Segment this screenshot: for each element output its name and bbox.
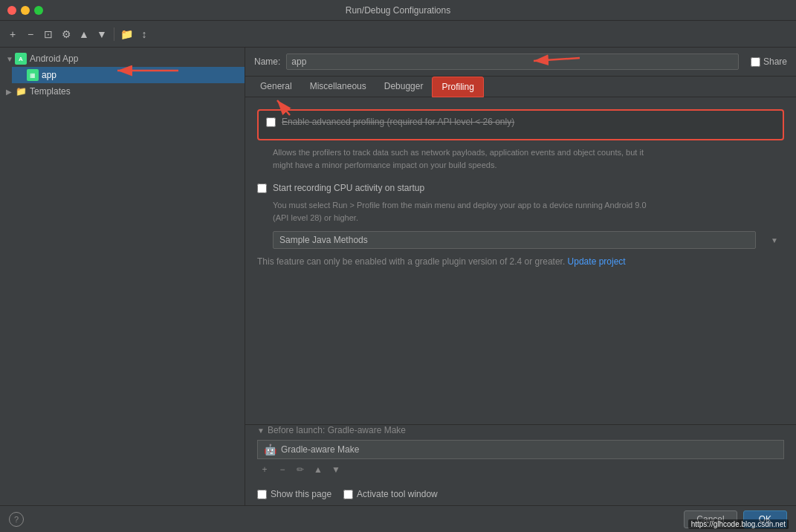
enable-profiling-row: Enable advanced profiling (required for … (266, 117, 775, 127)
advanced-profiling-section: Enable advanced profiling (required for … (257, 109, 784, 140)
name-field-label: Name: (254, 56, 280, 67)
add-config-button[interactable]: + (4, 26, 21, 42)
tab-profiling[interactable]: Profiling (432, 77, 483, 97)
activate-window-checkbox[interactable] (343, 490, 353, 499)
name-input[interactable] (286, 53, 739, 70)
method-select-wrapper: Sample Java Methods Trace Java Methods S… (273, 231, 784, 249)
enable-profiling-label: Enable advanced profiling (required for … (282, 117, 514, 127)
gradle-item: 🤖 Gradle-aware Make (257, 440, 784, 459)
select-arrow-icon: ▼ (771, 236, 778, 244)
sidebar-item-app[interactable]: ▦ app (12, 67, 245, 83)
activate-window-label: Activate tool window (357, 489, 438, 499)
content-area: Name: Share General Miscellaneous Debugg… (245, 48, 796, 505)
bottom-bar: ? Cancel OK (0, 505, 796, 532)
minimize-button[interactable] (21, 6, 30, 15)
share-row: Share (751, 56, 787, 67)
show-page-label: Show this page (271, 489, 331, 499)
tab-debugger[interactable]: Debugger (375, 77, 433, 97)
tab-miscellaneous[interactable]: Miscellaneous (301, 77, 375, 97)
activate-window-item: Activate tool window (343, 489, 438, 499)
app-indent (18, 71, 27, 80)
cpu-recording-label: Start recording CPU activity on startup (273, 183, 424, 193)
watermark: https://glhcode.blog.csdn.net (688, 519, 789, 529)
show-page-checkbox[interactable] (257, 490, 267, 499)
share-checkbox[interactable] (751, 57, 760, 67)
toolbar-separator (114, 27, 114, 41)
gradle-android-icon: 🤖 (264, 444, 276, 455)
method-select[interactable]: Sample Java Methods Trace Java Methods S… (273, 231, 756, 249)
toolbar: + − ⊡ ⚙ ▲ ▼ 📁 ↕ (0, 21, 796, 48)
before-launch-title: Before launch: Gradle-aware Make (268, 425, 406, 435)
android-app-icon: A (15, 53, 27, 65)
cpu-recording-row: Start recording CPU activity on startup (257, 183, 784, 193)
sidebar: ▼ A Android App ▦ app ▶ 📁 Templates (0, 48, 245, 505)
android-app-label: Android App (30, 53, 78, 64)
tab-general[interactable]: General (251, 77, 301, 97)
main-layout: ▼ A Android App ▦ app ▶ 📁 Templates Name… (0, 48, 796, 505)
cpu-recording-desc: You must select Run > Profile from the m… (273, 199, 784, 224)
name-row: Name: Share (245, 48, 796, 77)
window-title: Run/Debug Configurations (346, 5, 450, 16)
move-down-button[interactable]: ▼ (94, 26, 110, 42)
templates-icon: 📁 (15, 85, 27, 97)
copy-config-button[interactable]: ⊡ (40, 26, 56, 42)
cpu-recording-checkbox[interactable] (257, 184, 267, 193)
tab-content-profiling: Enable advanced profiling (required for … (245, 97, 796, 424)
app-icon: ▦ (27, 69, 39, 81)
gradle-item-label: Gradle-aware Make (281, 444, 359, 455)
settings-button[interactable]: ⚙ (58, 26, 74, 42)
templates-label: Templates (30, 86, 71, 97)
expand-arrow-templates: ▶ (6, 88, 15, 96)
gradle-add-button[interactable]: + (257, 462, 272, 477)
enable-profiling-checkbox[interactable] (266, 117, 276, 127)
gradle-up-button[interactable]: ▲ (311, 462, 326, 477)
gradle-actions: + − ✏ ▲ ▼ (257, 462, 784, 477)
gradle-note: This feature can only be enabled with a … (257, 256, 784, 267)
gradle-remove-button[interactable]: − (275, 462, 290, 477)
before-launch-section: ▼ Before launch: Gradle-aware Make 🤖 Gra… (245, 424, 796, 505)
before-launch-header: ▼ Before launch: Gradle-aware Make (257, 425, 784, 435)
gradle-edit-button[interactable]: ✏ (293, 462, 308, 477)
before-launch-arrow-icon[interactable]: ▼ (257, 426, 265, 435)
share-label: Share (763, 56, 787, 67)
show-page-item: Show this page (257, 489, 331, 499)
close-button[interactable] (7, 6, 16, 15)
maximize-button[interactable] (34, 6, 43, 15)
tabs-bar: General Miscellaneous Debugger Profiling (245, 77, 796, 97)
sidebar-item-android-app[interactable]: ▼ A Android App (0, 51, 245, 67)
help-button[interactable]: ? (9, 512, 24, 527)
remove-config-button[interactable]: − (22, 26, 39, 42)
enable-profiling-desc: Allows the profilers to track data such … (273, 146, 784, 171)
move-up-button[interactable]: ▲ (76, 26, 92, 42)
expand-arrow-android-app: ▼ (6, 55, 15, 63)
app-label: app (42, 70, 56, 80)
folder-button[interactable]: 📁 (118, 26, 135, 42)
title-bar: Run/Debug Configurations (0, 0, 796, 21)
show-page-row: Show this page Activate tool window (257, 483, 784, 505)
update-project-link[interactable]: Update project (568, 256, 626, 267)
sidebar-item-templates[interactable]: ▶ 📁 Templates (0, 83, 245, 100)
sort-button[interactable]: ↕ (136, 26, 152, 42)
window-controls (7, 6, 43, 15)
gradle-down-button[interactable]: ▼ (329, 462, 343, 477)
